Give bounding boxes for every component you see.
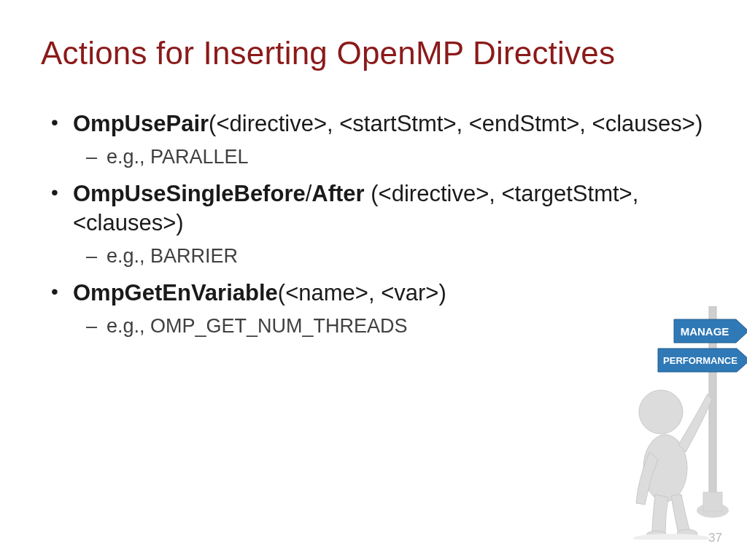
sub-item: e.g., PARALLEL (107, 144, 706, 170)
svg-rect-2 (703, 492, 722, 511)
page-number: 37 (708, 531, 722, 545)
sign-performance-text: PERFORMANCE (663, 355, 738, 366)
slide: Actions for Inserting OpenMP Directives … (0, 0, 747, 560)
slide-title: Actions for Inserting OpenMP Directives (41, 35, 706, 71)
sub-item: e.g., BARRIER (107, 244, 706, 269)
bullet-bold: OmpUsePair (73, 111, 209, 136)
bullet-bold-2: After (311, 181, 364, 206)
sub-list: e.g., PARALLEL (73, 144, 706, 170)
svg-point-9 (633, 534, 709, 540)
bullet-list: OmpUsePair(<directive>, <startStmt>, <en… (41, 109, 706, 338)
bullet-bold: OmpUseSingleBefore (73, 181, 306, 206)
bullet-text: (<directive>, <startStmt>, <endStmt>, <c… (209, 111, 703, 136)
sign-manage-text: MANAGE (681, 325, 729, 338)
sub-list: e.g., BARRIER (73, 244, 706, 269)
bullet-bold: OmpGetEnVariable (73, 280, 278, 306)
bullet-item: OmpUseSingleBefore/After (<directive>, <… (73, 179, 706, 268)
bullet-item: OmpUsePair(<directive>, <startStmt>, <en… (73, 109, 706, 169)
decorative-figure: MANAGE PERFORMANCE (579, 306, 747, 540)
svg-point-5 (639, 390, 683, 434)
bullet-text: (<name>, <var>) (278, 280, 446, 306)
